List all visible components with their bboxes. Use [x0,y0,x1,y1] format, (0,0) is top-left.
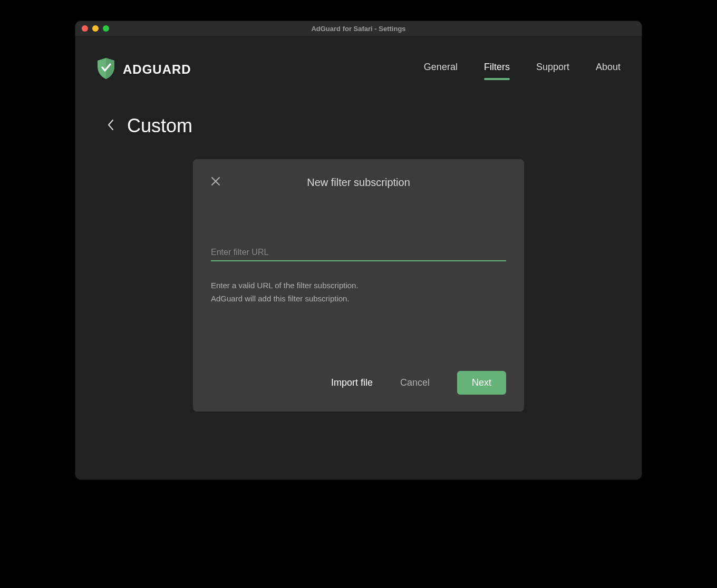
tab-support[interactable]: Support [536,62,569,78]
cancel-button[interactable]: Cancel [400,377,430,388]
modal-title: New filter subscription [211,177,506,189]
brand-name: ADGUARD [123,62,191,77]
filter-url-input[interactable] [211,244,506,261]
page-heading: Custom [107,115,621,137]
brand: ADGUARD [96,58,191,81]
minimize-window-button[interactable] [92,25,99,32]
traffic-lights [75,25,109,32]
helper-text-line2: AdGuard will add this filter subscriptio… [211,292,506,306]
filter-url-field-wrap [211,244,506,261]
header: ADGUARD General Filters Support About [96,58,621,81]
tab-about[interactable]: About [596,62,621,78]
modal-header: New filter subscription [211,175,506,190]
tab-general[interactable]: General [424,62,458,78]
helper-text-line1: Enter a valid URL of the filter subscrip… [211,279,506,292]
titlebar: AdGuard for Safari - Settings [75,21,642,36]
tab-filters[interactable]: Filters [484,62,510,78]
page-title: Custom [127,115,192,137]
close-window-button[interactable] [82,25,88,32]
close-icon[interactable] [211,177,220,188]
import-file-button[interactable]: Import file [331,377,373,388]
new-filter-modal: New filter subscription Enter a valid UR… [193,159,524,411]
nav-tabs: General Filters Support About [424,62,621,78]
shield-check-icon [96,58,115,81]
window-content: ADGUARD General Filters Support About Cu… [75,36,642,479]
next-button[interactable]: Next [457,371,506,395]
back-icon[interactable] [107,119,114,133]
window-title: AdGuard for Safari - Settings [75,25,642,33]
helper-text: Enter a valid URL of the filter subscrip… [211,279,506,306]
settings-window: AdGuard for Safari - Settings ADGUARD Ge… [75,21,642,479]
modal-actions: Import file Cancel Next [211,371,506,395]
maximize-window-button[interactable] [103,25,109,32]
